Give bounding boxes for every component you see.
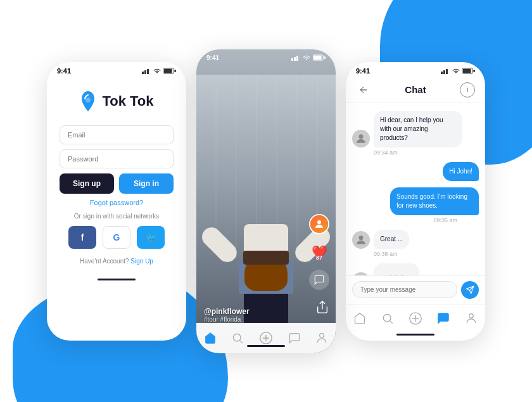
auth-buttons: Sign up Sign in: [60, 173, 174, 194]
social-buttons: f G 🐦: [68, 226, 165, 249]
chat-input-area: [346, 275, 485, 304]
svg-point-16: [320, 334, 324, 338]
feed-status-bar: 9:41: [196, 49, 336, 64]
chat-profile-icon: [465, 312, 478, 325]
feed-home-indicator: [247, 345, 285, 347]
google-button[interactable]: G: [103, 226, 130, 249]
chat-nav-profile[interactable]: [462, 310, 480, 327]
chat-signal-icon: [441, 68, 450, 74]
chat-nav-add[interactable]: [407, 310, 424, 327]
info-button[interactable]: i: [460, 82, 475, 97]
share-icon: [315, 300, 329, 314]
nav-profile[interactable]: [315, 332, 328, 344]
nav-chat[interactable]: [288, 332, 301, 344]
message-input[interactable]: [352, 281, 457, 298]
back-button[interactable]: [356, 82, 371, 97]
chat-status-icons: [441, 68, 475, 74]
svg-point-28: [469, 313, 474, 318]
search-nav-icon: [231, 332, 244, 344]
feed-actions: ❤️ 87: [309, 214, 329, 290]
creator-avatar[interactable]: [309, 214, 329, 234]
message-time-3: 09:35 am: [352, 217, 457, 223]
message-1: Hi dear, can I help you with our amazing…: [352, 111, 479, 156]
svg-rect-5: [174, 70, 176, 72]
add-nav-icon: [259, 331, 273, 345]
signin-button[interactable]: Sign in: [119, 173, 174, 194]
sender-avatar-1: [352, 130, 370, 148]
comment-action[interactable]: [309, 270, 329, 290]
svg-rect-1: [144, 70, 146, 74]
svg-rect-19: [446, 69, 448, 74]
svg-rect-2: [147, 69, 149, 74]
message-5-typing: [352, 263, 479, 275]
signup-button[interactable]: Sign up: [60, 173, 114, 194]
message-3: Sounds good. I'm looking for new shoes. …: [352, 187, 479, 223]
heart-action[interactable]: ❤️ 87: [310, 243, 328, 261]
chat-nav-icon: [288, 332, 301, 344]
nav-add[interactable]: [259, 331, 273, 345]
svg-rect-8: [294, 57, 296, 61]
social-label: Or sign in with social networks: [74, 213, 160, 220]
password-input[interactable]: [60, 149, 174, 168]
chat-nav-search[interactable]: [379, 310, 396, 327]
chat-title: Chat: [405, 84, 426, 95]
svg-rect-4: [164, 68, 172, 72]
chat-header: Chat i: [346, 77, 485, 103]
svg-rect-17: [441, 72, 443, 74]
svg-rect-9: [296, 56, 298, 61]
feed-nav: [196, 323, 336, 353]
svg-rect-21: [463, 68, 471, 72]
svg-rect-12: [324, 56, 326, 59]
svg-rect-11: [314, 56, 322, 60]
twitter-button[interactable]: 🐦: [137, 226, 165, 249]
chat-home-icon: [353, 312, 366, 325]
nav-search[interactable]: [231, 332, 244, 344]
message-2: Hi John!: [352, 162, 479, 181]
facebook-button[interactable]: f: [68, 226, 96, 249]
comment-icon: [314, 274, 325, 286]
login-status-bar: 9:41: [47, 62, 186, 77]
email-input[interactable]: [60, 125, 174, 144]
chat-nav-messages[interactable]: [434, 310, 452, 327]
chat-wifi-icon: [452, 68, 460, 74]
feed-status-icons: [291, 54, 326, 61]
register-link[interactable]: Sign Up: [130, 258, 153, 265]
svg-point-13: [317, 220, 321, 224]
message-bubble-1: Hi dear, can I help you with our amazing…: [374, 111, 462, 148]
feed-username: @pinkflower: [204, 307, 250, 316]
nav-home[interactable]: [204, 332, 217, 344]
chat-nav-home[interactable]: [351, 310, 369, 327]
chat-battery-icon: [462, 68, 475, 74]
logo-icon: [79, 90, 97, 113]
chat-msg-icon: [436, 311, 450, 325]
message-time-4: 09:38 am: [374, 251, 479, 257]
chat-add-icon: [408, 311, 422, 325]
feed-tags: #tour #florida: [204, 316, 250, 323]
message-bubble-2: Hi John!: [443, 162, 479, 181]
profile-nav-icon: [315, 332, 328, 344]
chat-nav: [346, 304, 485, 330]
feed-signal-icon: [291, 54, 300, 61]
feed-wifi-icon: [302, 54, 311, 61]
message-4: Great ... 09:38 am: [352, 230, 479, 257]
share-button[interactable]: [315, 300, 329, 317]
feed-time: 9:41: [206, 54, 219, 61]
logo-area: Tok Tok: [79, 90, 153, 113]
phone-feed: 9:41: [196, 49, 336, 353]
chat-search-icon: [381, 312, 394, 325]
send-button[interactable]: [461, 281, 479, 299]
svg-point-24: [359, 236, 364, 240]
avatar-icon: [314, 218, 325, 230]
typing-bubble: [374, 263, 419, 275]
message-bubble-3: Sounds good. I'm looking for new shoes.: [390, 187, 479, 215]
forgot-password-link[interactable]: Fogot password?: [90, 199, 143, 206]
login-status-icons: [142, 68, 176, 74]
home-icon: [204, 332, 217, 344]
wifi-icon: [153, 68, 162, 74]
register-text: Have'nt Account? Sign Up: [80, 258, 153, 265]
battery-icon: [163, 68, 176, 74]
svg-rect-0: [142, 72, 144, 74]
feed-battery-icon: [313, 54, 326, 61]
svg-rect-22: [473, 70, 475, 72]
phone-chat: 9:41: [346, 62, 485, 341]
